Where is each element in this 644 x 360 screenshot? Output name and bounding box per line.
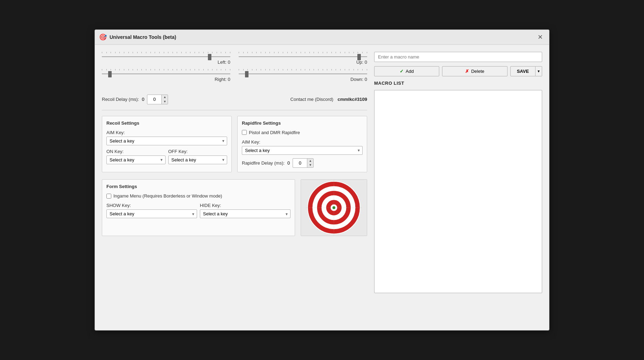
- main-content: Left: 0: [95, 45, 549, 300]
- contact-value: cmmlkc#3109: [337, 97, 367, 102]
- add-button[interactable]: ✓ Add: [374, 66, 439, 76]
- ingame-menu-label: Ingame Menu (Requires Borderless or Wind…: [113, 193, 222, 199]
- right-panel: ✓ Add ✗ Delete SAVE ▼ MACRO LIST: [374, 52, 542, 293]
- right-slider-group: Right: 0: [102, 69, 230, 82]
- down-slider-label: Down: 0: [239, 77, 367, 82]
- show-key-label: SHOW Key:: [106, 203, 197, 208]
- save-dropdown-icon: ▼: [537, 69, 540, 73]
- rapidfire-delay-label: Rapidfire Delay (ms):: [242, 160, 285, 166]
- recoil-aim-key-select[interactable]: Select a key: [106, 137, 227, 145]
- sliders-section: Left: 0: [102, 52, 367, 88]
- up-slider-label: Up: 0: [239, 60, 367, 65]
- recoil-delay-input[interactable]: [147, 96, 161, 103]
- rapidfire-delay-spinner: ▲ ▼: [293, 158, 314, 168]
- rapidfire-aim-key-label: AIM Key:: [242, 139, 363, 145]
- spinner-down-button[interactable]: ▼: [162, 99, 168, 104]
- form-settings-title: Form Settings: [106, 184, 290, 189]
- recoil-aim-key-wrapper: Select a key ▼: [106, 137, 227, 145]
- left-slider-label: Left: 0: [102, 60, 230, 65]
- off-key-wrapper: Select a key ▼: [168, 155, 227, 164]
- rapidfire-delay-input[interactable]: [293, 160, 307, 166]
- rapidfire-settings-box: Rapidfire Settings Pistol and DMR Rapidf…: [237, 116, 367, 173]
- left-panel: Left: 0: [102, 52, 367, 293]
- rapidfire-spinner-buttons: ▲ ▼: [307, 159, 313, 168]
- add-button-label: Add: [406, 69, 414, 74]
- show-key-group: SHOW Key: Select a key ▼: [106, 203, 197, 218]
- left-slider[interactable]: [102, 56, 230, 57]
- up-slider-group: Up: 0: [239, 52, 367, 65]
- left-slider-group: Left: 0: [102, 52, 230, 65]
- title-bar: 🎯 Universal Macro Tools (beta) ✕: [95, 30, 549, 45]
- down-slider-group: Down: 0: [239, 69, 367, 82]
- delete-button-label: Delete: [471, 69, 484, 74]
- save-label: SAVE: [517, 69, 529, 74]
- recoil-delay-label: Recoil Delay (ms):: [102, 97, 139, 102]
- hide-key-group: HIDE Key: Select a key ▼: [200, 203, 290, 218]
- show-key-wrapper: Select a key ▼: [106, 209, 197, 218]
- off-key-label: OFF Key:: [168, 149, 227, 154]
- rapidfire-delay-value1: 0: [287, 160, 290, 166]
- target-image-box: [301, 179, 367, 236]
- settings-row: Recoil Settings AIM Key: Select a key ▼ …: [102, 116, 367, 173]
- hide-key-wrapper: Select a key ▼: [200, 209, 290, 218]
- contact-group: Contact me (Discord) cmmlkc#3109: [290, 97, 367, 102]
- right-slider[interactable]: [102, 73, 230, 75]
- macro-name-input[interactable]: [374, 52, 542, 62]
- title-bar-left: 🎯 Universal Macro Tools (beta): [99, 33, 176, 41]
- save-button-group: SAVE ▼: [510, 66, 542, 76]
- main-window: 🎯 Universal Macro Tools (beta) ✕: [94, 29, 550, 331]
- up-slider[interactable]: [239, 56, 367, 57]
- delete-button[interactable]: ✗ Delete: [442, 66, 507, 76]
- ingame-menu-checkbox[interactable]: [106, 194, 111, 199]
- window-title: Universal Macro Tools (beta): [110, 34, 176, 40]
- rapidfire-checkbox-label: Pistol and DMR Rapidfire: [249, 130, 300, 135]
- macro-buttons-row: ✓ Add ✗ Delete SAVE ▼: [374, 66, 542, 76]
- close-button[interactable]: ✕: [536, 33, 545, 42]
- save-button[interactable]: SAVE: [510, 66, 536, 76]
- macro-list-title: MACRO LIST: [374, 81, 542, 86]
- on-key-label: ON Key:: [106, 149, 166, 154]
- down-slider[interactable]: [239, 73, 367, 75]
- form-settings-row: Form Settings Ingame Menu (Requires Bord…: [102, 179, 367, 236]
- macro-list-box[interactable]: [374, 90, 542, 293]
- rapidfire-settings-title: Rapidfire Settings: [242, 120, 363, 126]
- right-slider-label: Right: 0: [102, 77, 230, 82]
- hide-key-select[interactable]: Select a key: [200, 209, 290, 218]
- recoil-settings-box: Recoil Settings AIM Key: Select a key ▼ …: [102, 116, 232, 173]
- contact-label: Contact me (Discord): [290, 97, 334, 102]
- on-key-select[interactable]: Select a key: [106, 155, 166, 164]
- off-key-select[interactable]: Select a key: [168, 155, 227, 164]
- show-key-select[interactable]: Select a key: [106, 209, 197, 218]
- app-icon: 🎯: [99, 33, 107, 41]
- delay-contact-row: Recoil Delay (ms): 0 ▲ ▼ Contact me (Dis…: [102, 93, 367, 110]
- form-settings-box: Form Settings Ingame Menu (Requires Bord…: [102, 179, 295, 236]
- spinner-up-button[interactable]: ▲: [162, 95, 168, 99]
- save-dropdown-button[interactable]: ▼: [536, 66, 542, 76]
- rapidfire-aim-key-wrapper: Select a key ▼: [242, 146, 363, 155]
- spinner-buttons: ▲ ▼: [161, 95, 168, 104]
- rapidfire-checkbox[interactable]: [242, 130, 247, 135]
- delete-x-icon: ✗: [465, 69, 469, 74]
- on-off-row: ON Key: Select a key ▼ OFF Key:: [106, 149, 227, 164]
- rapidfire-checkbox-row: Pistol and DMR Rapidfire: [242, 130, 363, 135]
- off-key-group: OFF Key: Select a key ▼: [168, 149, 227, 164]
- recoil-settings-title: Recoil Settings: [106, 120, 227, 126]
- rapidfire-delay-row: Rapidfire Delay (ms): 0 ▲ ▼: [242, 158, 363, 168]
- hide-key-label: HIDE Key:: [200, 203, 290, 208]
- recoil-delay-group: Recoil Delay (ms): 0 ▲ ▼: [102, 95, 168, 104]
- show-hide-row: SHOW Key: Select a key ▼ HIDE Key:: [106, 203, 290, 218]
- recoil-delay-spinner: ▲ ▼: [147, 95, 168, 104]
- on-key-group: ON Key: Select a key ▼: [106, 149, 166, 164]
- add-check-icon: ✓: [400, 69, 404, 74]
- rapidfire-spinner-up-button[interactable]: ▲: [307, 159, 313, 163]
- target-svg: [306, 180, 362, 236]
- recoil-delay-value1: 0: [142, 97, 144, 102]
- rapidfire-spinner-down-button[interactable]: ▼: [307, 163, 313, 167]
- ingame-menu-checkbox-row: Ingame Menu (Requires Borderless or Wind…: [106, 193, 290, 199]
- recoil-aim-key-label: AIM Key:: [106, 130, 227, 135]
- on-key-wrapper: Select a key ▼: [106, 155, 166, 164]
- rapidfire-aim-key-select[interactable]: Select a key: [242, 146, 363, 155]
